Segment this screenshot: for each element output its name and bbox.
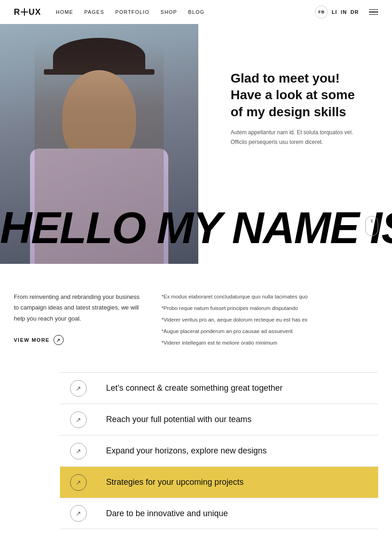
view-more-arrow-icon: ↗ bbox=[53, 335, 64, 345]
main-nav: HOME PAGES PORTFOLIO SHOP BLOG bbox=[56, 9, 204, 15]
list-item-1[interactable]: ↗ Reach your full potential with our tea… bbox=[60, 404, 378, 435]
arrow-circle-icon-2: ↗ bbox=[70, 443, 87, 459]
hero-heading: Glad to meet you! Have a look at some of… bbox=[231, 70, 378, 120]
mid-left-text: From reinventing and rebranding your bus… bbox=[14, 292, 143, 324]
nav-pages[interactable]: PAGES bbox=[84, 9, 104, 15]
view-more-button[interactable]: VIEW MORE ↗ bbox=[14, 335, 64, 345]
view-more-label: VIEW MORE bbox=[14, 337, 50, 343]
list-section: ↗ Let's connect & create something great… bbox=[0, 368, 392, 538]
logo-plus-icon bbox=[21, 8, 28, 16]
bullet-5: *Viderer intellegam est te meliore orati… bbox=[161, 338, 378, 348]
list-item-text-1: Reach your full potential with our teams bbox=[97, 407, 378, 432]
header-right: FB LI IN DR bbox=[315, 6, 378, 18]
mid-left: From reinventing and rebranding your bus… bbox=[14, 292, 143, 349]
hamburger-line-3 bbox=[369, 14, 378, 15]
hero-big-text: HELLO MY NAME IS bbox=[0, 206, 392, 250]
nav-portfolio[interactable]: PORTFOLIO bbox=[115, 9, 149, 15]
hamburger-line-1 bbox=[369, 9, 378, 10]
arrow-circle-icon-4: ↗ bbox=[70, 505, 87, 522]
scroll-indicator bbox=[365, 216, 378, 236]
social-in[interactable]: IN bbox=[341, 9, 347, 15]
list-item-text-0: Let's connect & create something great t… bbox=[97, 376, 378, 400]
list-item-text-2: Expand your horizons, explore new design… bbox=[97, 439, 378, 463]
hero-text-block: Glad to meet you! Have a look at some of… bbox=[231, 70, 378, 147]
arrow-circle-icon-1: ↗ bbox=[70, 411, 87, 428]
hero-section: Glad to meet you! Have a look at some of… bbox=[0, 24, 392, 264]
arrow-circle-icon-0: ↗ bbox=[70, 380, 87, 397]
list-item-4[interactable]: ↗ Dare to be innovative and unique bbox=[60, 498, 378, 529]
social-li[interactable]: LI bbox=[332, 9, 337, 15]
list-item-0[interactable]: ↗ Let's connect & create something great… bbox=[60, 372, 378, 404]
header-left: RUX HOME PAGES PORTFOLIO SHOP BLOG bbox=[14, 7, 204, 17]
site-header: RUX HOME PAGES PORTFOLIO SHOP BLOG FB LI… bbox=[0, 0, 392, 24]
list-arrow-0: ↗ bbox=[60, 380, 97, 397]
nav-blog[interactable]: BLOG bbox=[188, 9, 204, 15]
list-item-text-4: Dare to be innovative and unique bbox=[97, 501, 378, 526]
hamburger-line-2 bbox=[369, 12, 378, 12]
mid-right: *Ex modus elaboraret concludaturque quo … bbox=[161, 292, 378, 349]
bullet-1: *Ex modus elaboraret concludaturque quo … bbox=[161, 292, 378, 302]
social-links: FB LI IN DR bbox=[315, 6, 359, 18]
nav-home[interactable]: HOME bbox=[56, 9, 73, 15]
list-arrow-3: ↗ bbox=[60, 474, 97, 491]
list-arrow-4: ↗ bbox=[60, 505, 97, 522]
scroll-dot bbox=[371, 219, 373, 223]
bullet-3: *Viderer veritus pro an, aeque dolorum r… bbox=[161, 315, 378, 325]
bullet-2: *Probo reque natum fuisset principes mal… bbox=[161, 303, 378, 314]
bullet-4: *Augue placerat ponderum an pro causae a… bbox=[161, 326, 378, 337]
social-dr[interactable]: DR bbox=[350, 9, 359, 15]
list-arrow-2: ↗ bbox=[60, 443, 97, 459]
list-item-text-3: Strategies for your upcoming projects bbox=[97, 470, 378, 494]
arrow-circle-icon-3: ↗ bbox=[70, 474, 87, 491]
list-arrow-1: ↗ bbox=[60, 411, 97, 428]
list-item-2[interactable]: ↗ Expand your horizons, explore new desi… bbox=[60, 435, 378, 466]
logo[interactable]: RUX bbox=[14, 7, 41, 17]
mid-section: From reinventing and rebranding your bus… bbox=[0, 264, 392, 368]
list-item-3[interactable]: ↗ Strategies for your upcoming projects bbox=[60, 466, 378, 498]
nav-shop[interactable]: SHOP bbox=[160, 9, 177, 15]
hamburger-menu[interactable] bbox=[369, 9, 378, 15]
hero-sub: Autem appellantur nam id. Et soluta torq… bbox=[231, 128, 378, 147]
social-fb[interactable]: FB bbox=[315, 6, 328, 18]
